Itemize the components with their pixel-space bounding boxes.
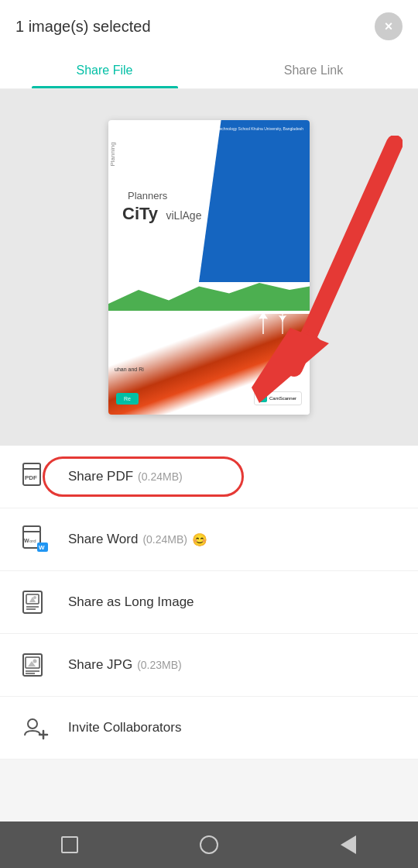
nav-back-button[interactable]: [337, 834, 359, 856]
share-word-option[interactable]: W ord W Share Word (0.24MB) 😊: [0, 508, 418, 571]
tab-share-file[interactable]: Share File: [0, 53, 209, 88]
jpg-icon-svg: [22, 651, 50, 679]
image-preview-area: Urban and Rural Planning Discipline Scie…: [0, 89, 418, 446]
collaborators-icon: [19, 711, 53, 745]
collaborators-icon-svg: [22, 714, 50, 742]
share-jpg-size: (0.23MB): [137, 659, 182, 671]
cover-blue-section: [199, 120, 310, 282]
share-word-size: (0.24MB): [142, 533, 187, 546]
invite-collaborators-option[interactable]: Invite Collaborators: [0, 697, 418, 760]
long-image-icon-svg: [22, 588, 50, 616]
cover-bottom-right-text: ng Discipline: [272, 363, 303, 368]
nav-home-button[interactable]: [198, 834, 220, 856]
bottom-navigation: [0, 822, 418, 868]
share-long-image-label: Share as Long Image: [68, 594, 194, 610]
svg-point-30: [33, 660, 37, 663]
book-cover: Urban and Rural Planning Discipline Scie…: [108, 120, 310, 415]
pdf-icon-svg: PDF: [22, 463, 50, 491]
cover-renew-button: Re: [116, 393, 139, 405]
svg-point-33: [28, 719, 37, 728]
camscanner-icon: [259, 394, 267, 402]
svg-text:W: W: [24, 538, 29, 543]
share-word-badge: 😊: [192, 532, 207, 547]
cover-city-text: CiTy viLlAge: [122, 204, 201, 224]
tabs-bar: Share File Share Link: [0, 53, 418, 89]
share-pdf-label: Share PDF: [68, 469, 133, 484]
close-button[interactable]: ×: [375, 12, 403, 40]
share-long-image-option[interactable]: Share as Long Image: [0, 571, 418, 634]
triangle-icon: [341, 835, 356, 854]
svg-text:W: W: [39, 544, 45, 551]
header: 1 image(s) selected ×: [0, 0, 418, 53]
invite-collaborators-label: Invite Collaborators: [68, 720, 181, 735]
cover-planners-text: Planners: [128, 190, 167, 202]
cover-institution-text: Urban and Rural Planning Discipline Scie…: [109, 126, 303, 132]
svg-text:PDF: PDF: [25, 474, 37, 481]
share-jpg-label: Share JPG: [68, 657, 132, 673]
cover-bottom-buttons: Re CamScanner: [116, 391, 302, 405]
svg-point-26: [33, 596, 36, 599]
tab-share-link[interactable]: Share Link: [209, 53, 418, 88]
word-icon: W ord W: [19, 522, 53, 556]
page-title: 1 image(s) selected: [15, 18, 151, 36]
word-icon-svg: W ord W: [22, 525, 50, 553]
cover-planning-text: Planning: [109, 142, 116, 166]
share-jpg-option[interactable]: Share JPG (0.23MB): [0, 634, 418, 697]
svg-text:ord: ord: [29, 539, 36, 543]
share-pdf-option[interactable]: PDF Share PDF (0.24MB): [0, 446, 418, 508]
share-word-label: Share Word: [68, 532, 138, 547]
nav-square-button[interactable]: [59, 834, 81, 856]
cover-camscanner-badge: CamScanner: [254, 391, 302, 405]
cover-bottom-left-text: uhan and Ri: [115, 367, 144, 372]
square-icon: [61, 836, 78, 853]
circle-icon: [200, 835, 218, 854]
pdf-icon: PDF: [19, 460, 53, 494]
long-image-icon: [19, 585, 53, 619]
jpg-icon: [19, 648, 53, 682]
share-options-list: PDF Share PDF (0.24MB) W ord W Share Wor…: [0, 446, 418, 760]
share-pdf-size: (0.24MB): [138, 470, 183, 483]
